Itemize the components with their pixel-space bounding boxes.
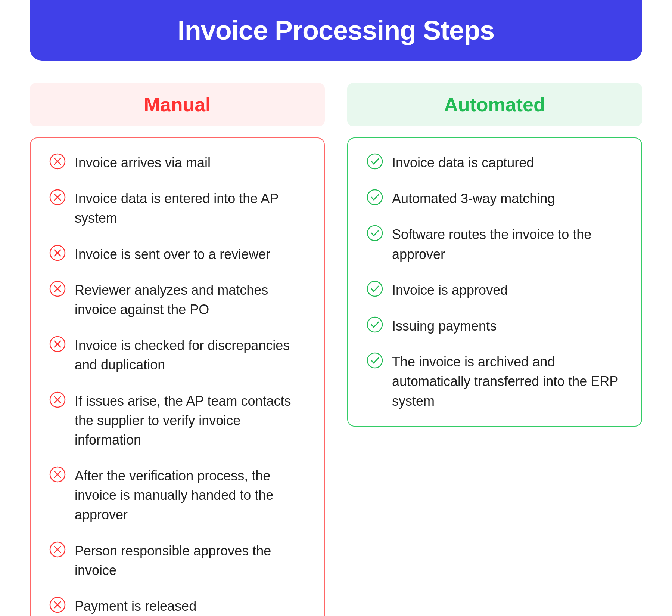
automated-item-text: Issuing payments [392,316,497,336]
manual-list-item: Reviewer analyzes and matches invoice ag… [49,281,305,319]
check-icon [367,352,383,370]
automated-item-text: The invoice is archived and automaticall… [392,352,623,411]
automated-list-box: Invoice data is captured Automated 3-way… [347,137,642,427]
automated-header: Automated [347,83,642,126]
check-icon [367,225,383,243]
automated-list-item: The invoice is archived and automaticall… [367,352,623,411]
manual-item-text: Invoice arrives via mail [75,153,211,173]
manual-list-box: Invoice arrives via mail Invoice data is… [30,137,325,616]
manual-list-item: Invoice is checked for discrepancies and… [49,336,305,375]
automated-column: Automated Invoice data is captured Autom… [347,83,642,427]
manual-item-text: Invoice is checked for discrepancies and… [75,336,305,375]
automated-item-text: Automated 3-way matching [392,189,555,208]
x-icon [49,391,66,409]
x-icon [49,189,66,207]
check-icon [367,281,383,298]
x-icon [49,541,66,559]
manual-list-item: Payment is released [49,597,305,616]
manual-header: Manual [30,83,325,126]
manual-list-item: Invoice data is entered into the AP syst… [49,189,305,228]
x-icon [49,597,66,615]
x-icon [49,466,66,484]
header-banner: Invoice Processing Steps [30,0,642,61]
manual-item-text: Payment is released [75,597,196,616]
x-icon [49,336,66,354]
manual-list-item: Invoice is sent over to a reviewer [49,245,305,264]
automated-list-item: Automated 3-way matching [367,189,623,208]
manual-item-text: Invoice is sent over to a reviewer [75,245,270,264]
check-icon [367,316,383,334]
x-icon [49,245,66,263]
automated-item-text: Software routes the invoice to the appro… [392,225,623,264]
automated-list-item: Invoice data is captured [367,153,623,173]
svg-point-32 [367,353,382,368]
x-icon [49,153,66,171]
manual-list-item: If issues arise, the AP team contacts th… [49,391,305,450]
manual-list-item: After the verification process, the invo… [49,466,305,525]
svg-point-31 [367,317,382,332]
manual-item-text: Invoice data is entered into the AP syst… [75,189,305,228]
check-icon [367,153,383,171]
x-icon [49,281,66,298]
columns-wrapper: Manual Invoice arrives via mail Invoice … [30,83,642,616]
automated-item-text: Invoice is approved [392,281,508,300]
manual-item-text: If issues arise, the AP team contacts th… [75,391,305,450]
automated-list-item: Issuing payments [367,316,623,336]
check-icon [367,189,383,207]
automated-item-text: Invoice data is captured [392,153,534,173]
manual-column: Manual Invoice arrives via mail Invoice … [30,83,325,616]
manual-item-text: After the verification process, the invo… [75,466,305,525]
manual-list-item: Person responsible approves the invoice [49,541,305,580]
automated-list-item: Invoice is approved [367,281,623,300]
svg-point-27 [367,154,382,169]
automated-list-item: Software routes the invoice to the appro… [367,225,623,264]
svg-point-29 [367,226,382,241]
page-title: Invoice Processing Steps [52,15,620,46]
manual-list-item: Invoice arrives via mail [49,153,305,173]
svg-point-28 [367,190,382,205]
svg-point-30 [367,281,382,296]
manual-item-text: Reviewer analyzes and matches invoice ag… [75,281,305,319]
manual-item-text: Person responsible approves the invoice [75,541,305,580]
